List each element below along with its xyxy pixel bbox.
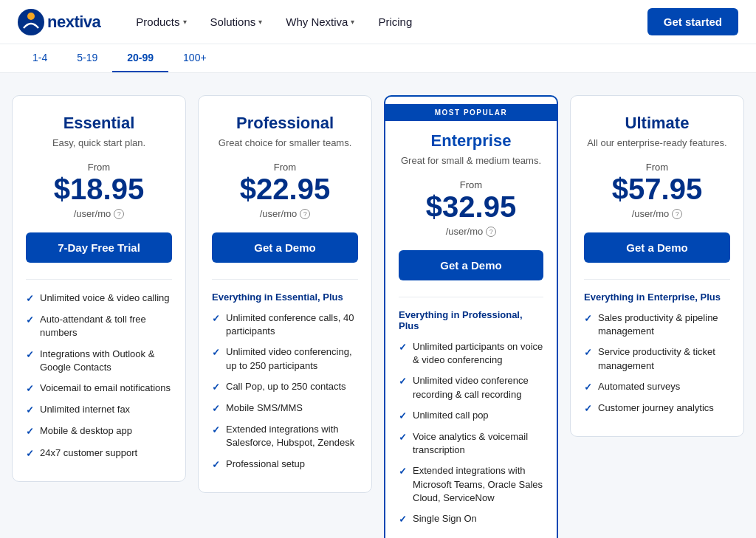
check-icon: ✓ bbox=[26, 404, 34, 417]
plan-enterprise-price: $32.95 bbox=[399, 190, 543, 223]
feature-item: ✓Mobile & desktop app bbox=[26, 424, 172, 438]
plan-professional-price: $22.95 bbox=[212, 173, 358, 205]
plan-ultimate-price-per: /user/mo ? bbox=[584, 208, 730, 219]
check-icon: ✓ bbox=[212, 346, 220, 359]
tab-20-99[interactable]: 20-99 bbox=[112, 44, 168, 72]
feature-item: ✓Extended integrations with Salesforce, … bbox=[212, 423, 358, 449]
divider bbox=[584, 279, 730, 280]
feature-item: ✓24x7 customer support bbox=[26, 446, 172, 461]
check-icon: ✓ bbox=[212, 402, 220, 415]
check-icon: ✓ bbox=[26, 447, 34, 461]
plan-essential-price-per: /user/mo ? bbox=[26, 208, 172, 219]
check-icon: ✓ bbox=[399, 465, 407, 478]
feature-item: ✓Mobile SMS/MMS bbox=[212, 401, 358, 415]
plan-professional-price-per: /user/mo ? bbox=[212, 208, 358, 219]
feature-item: ✓Service productivity & ticket managemen… bbox=[584, 345, 730, 372]
tab-1-4[interactable]: 1-4 bbox=[18, 44, 62, 72]
plan-essential-price-block: From $18.95 bbox=[26, 162, 172, 205]
info-icon[interactable]: ? bbox=[672, 209, 682, 219]
feature-item: ✓Single Sign On bbox=[399, 512, 543, 526]
pricing-grid: Essential Easy, quick start plan. From $… bbox=[12, 95, 744, 538]
feature-item: ✓Extended integrations with Microsoft Te… bbox=[399, 464, 543, 505]
feature-item: ✓Professional setup bbox=[212, 458, 358, 472]
plan-essential: Essential Easy, quick start plan. From $… bbox=[12, 95, 186, 482]
plan-professional-cta[interactable]: Get a Demo bbox=[212, 232, 358, 263]
check-icon: ✓ bbox=[212, 458, 220, 472]
plan-essential-tagline: Easy, quick start plan. bbox=[26, 137, 172, 148]
check-icon: ✓ bbox=[399, 375, 407, 388]
plan-ultimate-features-heading: Everything in Enterprise, Plus bbox=[584, 292, 730, 303]
plan-ultimate-features: ✓Sales productivity & pipeline managemen… bbox=[584, 311, 730, 415]
get-started-button[interactable]: Get started bbox=[647, 8, 738, 35]
plan-enterprise: MOST POPULAR Enterprise Great for small … bbox=[384, 95, 558, 538]
check-icon: ✓ bbox=[399, 410, 407, 423]
feature-item: ✓Unlimited internet fax bbox=[26, 403, 172, 417]
logo[interactable]: nextiva bbox=[18, 9, 100, 35]
feature-item: ✓Unlimited video conference recording & … bbox=[399, 374, 543, 401]
plan-essential-cta[interactable]: 7-Day Free Trial bbox=[26, 232, 172, 263]
check-icon: ✓ bbox=[399, 341, 407, 354]
plan-enterprise-name: Enterprise bbox=[399, 131, 543, 151]
feature-item: ✓Unlimited participants on voice & video… bbox=[399, 340, 543, 367]
plan-ultimate-name: Ultimate bbox=[584, 114, 730, 133]
main-content: Essential Easy, quick start plan. From $… bbox=[0, 73, 756, 538]
feature-item: ✓Unlimited conference calls, 40 particip… bbox=[212, 311, 358, 338]
plan-enterprise-cta[interactable]: Get a Demo bbox=[399, 250, 543, 280]
divider bbox=[212, 279, 358, 280]
check-icon: ✓ bbox=[399, 513, 407, 526]
chevron-down-icon: ▾ bbox=[351, 18, 354, 26]
check-icon: ✓ bbox=[26, 382, 34, 396]
plan-professional-tagline: Great choice for smaller teams. bbox=[212, 137, 358, 148]
feature-item: ✓Sales productivity & pipeline managemen… bbox=[584, 311, 730, 338]
check-icon: ✓ bbox=[26, 292, 34, 306]
user-count-tabs: 1-4 5-19 20-99 100+ bbox=[0, 44, 756, 73]
feature-item: ✓Call Pop, up to 250 contacts bbox=[212, 380, 358, 394]
feature-item: ✓Customer journey analytics bbox=[584, 401, 730, 415]
tab-5-19[interactable]: 5-19 bbox=[62, 44, 112, 72]
check-icon: ✓ bbox=[212, 381, 220, 394]
chevron-down-icon: ▾ bbox=[183, 18, 187, 26]
info-icon[interactable]: ? bbox=[486, 227, 496, 237]
plan-enterprise-tagline: Great for small & medium teams. bbox=[399, 155, 543, 166]
feature-item: ✓Auto-attendant & toll free numbers bbox=[26, 313, 172, 339]
plan-ultimate: Ultimate All our enterprise-ready featur… bbox=[570, 95, 744, 437]
check-icon: ✓ bbox=[584, 402, 592, 415]
plan-ultimate-tagline: All our enterprise-ready features. bbox=[584, 137, 730, 148]
tab-100-plus[interactable]: 100+ bbox=[168, 44, 221, 72]
plan-professional: Professional Great choice for smaller te… bbox=[198, 95, 372, 493]
nav-solutions[interactable]: Solutions ▾ bbox=[210, 15, 263, 28]
nav-products[interactable]: Products ▾ bbox=[136, 15, 186, 28]
plan-essential-price: $18.95 bbox=[26, 173, 172, 205]
plan-ultimate-from: From bbox=[584, 162, 730, 173]
feature-item: ✓Unlimited video conferencing, up to 250… bbox=[212, 345, 358, 372]
plan-enterprise-features: ✓Unlimited participants on voice & video… bbox=[399, 340, 543, 526]
divider bbox=[26, 279, 172, 280]
info-icon[interactable]: ? bbox=[114, 209, 124, 219]
feature-item: ✓Voicemail to email notifications bbox=[26, 382, 172, 396]
check-icon: ✓ bbox=[26, 314, 34, 327]
most-popular-badge: MOST POPULAR bbox=[385, 104, 557, 121]
feature-item: ✓Unlimited voice & video calling bbox=[26, 292, 172, 306]
plan-enterprise-features-heading: Everything in Professional, Plus bbox=[399, 309, 543, 331]
nav-why-nextiva[interactable]: Why Nextiva ▾ bbox=[286, 15, 354, 28]
navbar: nextiva Products ▾ Solutions ▾ Why Nexti… bbox=[0, 0, 756, 44]
check-icon: ✓ bbox=[584, 346, 592, 359]
plan-professional-features: ✓Unlimited conference calls, 40 particip… bbox=[212, 311, 358, 472]
check-icon: ✓ bbox=[584, 381, 592, 394]
plan-essential-features: ✓Unlimited voice & video calling ✓Auto-a… bbox=[26, 292, 172, 461]
plan-professional-features-heading: Everything in Essential, Plus bbox=[212, 292, 358, 303]
info-icon[interactable]: ? bbox=[300, 209, 310, 219]
plan-enterprise-from: From bbox=[399, 179, 543, 190]
plan-essential-from: From bbox=[26, 162, 172, 173]
plan-ultimate-price: $57.95 bbox=[584, 173, 730, 205]
check-icon: ✓ bbox=[212, 312, 220, 325]
svg-point-1 bbox=[27, 13, 35, 20]
check-icon: ✓ bbox=[399, 431, 407, 444]
plan-essential-name: Essential bbox=[26, 114, 172, 133]
plan-ultimate-price-block: From $57.95 bbox=[584, 162, 730, 205]
check-icon: ✓ bbox=[26, 348, 34, 362]
check-icon: ✓ bbox=[26, 425, 34, 438]
nav-pricing[interactable]: Pricing bbox=[378, 15, 412, 28]
plan-ultimate-cta[interactable]: Get a Demo bbox=[584, 232, 730, 263]
feature-item: ✓Automated surveys bbox=[584, 380, 730, 394]
